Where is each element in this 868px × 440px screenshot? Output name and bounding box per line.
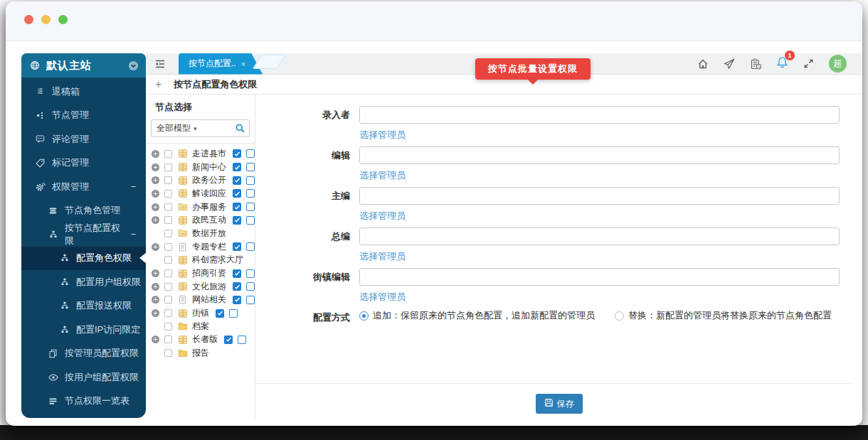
close-window-icon[interactable] [24, 15, 33, 24]
sidebar-item[interactable]: 节点角色管理 [21, 199, 146, 223]
tree-node-row[interactable]: 文化旅游 [146, 280, 255, 294]
tree-node-row[interactable]: 数据开放 [146, 227, 255, 240]
expand-node-icon[interactable] [152, 150, 159, 158]
node-checkbox[interactable] [164, 163, 172, 171]
expand-node-icon[interactable] [152, 216, 159, 224]
role-checkbox-unchecked[interactable] [246, 269, 255, 278]
collapse-minus-icon[interactable] [130, 229, 136, 240]
role-checkbox-checked[interactable] [233, 176, 241, 185]
tab-close-icon[interactable]: × [241, 60, 245, 68]
home-icon[interactable] [697, 58, 709, 70]
tree-node-row[interactable]: 办事服务 [146, 200, 255, 214]
tree-node-row[interactable]: 报告 [146, 346, 255, 360]
tree-node-row[interactable]: 网站相关 [146, 294, 255, 307]
admin-input[interactable] [359, 227, 840, 245]
tree-node-row[interactable]: 科创需求大厅 [146, 254, 255, 267]
maximize-window-icon[interactable] [58, 15, 68, 24]
expand-node-icon[interactable] [152, 283, 159, 291]
sidebar-item[interactable]: 退 退稿箱 [21, 80, 146, 104]
role-checkbox-unchecked[interactable] [246, 163, 255, 171]
fullscreen-icon[interactable] [803, 58, 814, 69]
node-checkbox[interactable] [164, 283, 172, 291]
sidebar-item[interactable]: 权限管理 [21, 175, 146, 199]
sidebar-item[interactable]: 按节点配置权限 [21, 222, 146, 247]
save-button[interactable]: 保存 [536, 394, 583, 414]
role-checkbox-unchecked[interactable] [229, 309, 238, 318]
role-checkbox-unchecked[interactable] [246, 282, 255, 291]
tree-node-row[interactable]: 档案 [146, 320, 255, 333]
role-checkbox-checked[interactable] [233, 242, 241, 251]
sidebar-item[interactable]: 节点管理 [21, 104, 146, 128]
tree-node-row[interactable]: 解读回应 [146, 187, 255, 200]
tree-node-row[interactable]: 政民互动 [146, 213, 255, 227]
tree-node-row[interactable]: 新闻中心 [146, 161, 255, 174]
sidebar-item[interactable]: 配置角色权限 [21, 247, 146, 271]
role-checkbox-unchecked[interactable] [246, 149, 255, 158]
select-admin-link[interactable]: 选择管理员 [359, 210, 840, 223]
tree-node-row[interactable]: 走进县市 [146, 147, 255, 161]
expand-node-icon[interactable] [152, 269, 159, 277]
node-checkbox[interactable] [164, 176, 172, 184]
menu-fold-icon[interactable] [154, 58, 166, 70]
sidebar-item[interactable]: 评论管理 [21, 127, 146, 151]
role-checkbox-checked[interactable] [233, 216, 241, 225]
expand-node-icon[interactable] [152, 176, 159, 184]
search-icon[interactable] [235, 123, 249, 134]
expand-node-icon[interactable] [152, 163, 159, 171]
bell-icon[interactable]: 1 [776, 56, 788, 71]
role-checkbox-unchecked[interactable] [246, 242, 255, 251]
model-select[interactable]: 全部模型▾ [152, 122, 197, 134]
node-checkbox[interactable] [164, 203, 172, 211]
role-checkbox-checked[interactable] [233, 149, 241, 158]
role-checkbox-checked[interactable] [233, 282, 241, 291]
add-tab-button[interactable]: + [155, 79, 162, 90]
admin-input[interactable] [359, 106, 840, 124]
node-checkbox[interactable] [164, 230, 172, 237]
config-mode-option[interactable]: 替换：新配置的管理员将替换原来的节点角色配置 [615, 308, 832, 323]
admin-input[interactable] [359, 187, 840, 205]
sidebar-item[interactable]: 配置报送权限 [21, 294, 146, 318]
role-checkbox-unchecked[interactable] [246, 189, 255, 198]
send-icon[interactable] [724, 58, 735, 70]
expand-node-icon[interactable] [152, 203, 159, 211]
tree-node-row[interactable]: 政务公开 [146, 173, 255, 187]
expand-node-icon[interactable] [152, 336, 159, 343]
select-admin-link[interactable]: 选择管理员 [359, 250, 840, 264]
config-mode-option[interactable]: 追加：保留原来的节点角色配置，追加新配置的管理员 [359, 308, 595, 323]
node-checkbox[interactable] [164, 216, 172, 224]
chevron-down-icon[interactable] [128, 60, 139, 71]
node-checkbox[interactable] [164, 336, 172, 343]
sidebar-item[interactable]: 配置用户组权限 [21, 270, 146, 294]
sidebar-item[interactable]: 配置IP访问限定 [21, 318, 146, 342]
tab-active[interactable]: 按节点配置.. × [179, 53, 263, 75]
role-checkbox-checked[interactable] [233, 203, 241, 211]
sidebar-item[interactable]: 标记管理 [21, 151, 146, 176]
select-admin-link[interactable]: 选择管理员 [359, 129, 840, 142]
sidebar-item[interactable]: 按用户组配置权限 [21, 365, 146, 390]
node-checkbox[interactable] [164, 256, 172, 264]
admin-input[interactable] [359, 146, 840, 164]
role-checkbox-checked[interactable] [216, 309, 224, 318]
tree-node-row[interactable]: 街镇 [146, 306, 255, 320]
expand-node-icon[interactable] [152, 309, 159, 317]
radio-icon[interactable] [359, 311, 369, 321]
tree-node-row[interactable]: 招商引资 [146, 267, 255, 280]
role-checkbox-unchecked[interactable] [246, 176, 255, 185]
node-checkbox[interactable] [164, 190, 172, 198]
select-admin-link[interactable]: 选择管理员 [359, 169, 840, 183]
node-checkbox[interactable] [164, 323, 172, 331]
sidebar-item[interactable]: 按管理员配置权限 [21, 342, 146, 366]
node-checkbox[interactable] [164, 243, 172, 251]
sidebar-item[interactable]: 节点权限一览表 [21, 390, 146, 414]
admin-input[interactable] [359, 268, 840, 286]
role-checkbox-checked[interactable] [233, 269, 241, 278]
role-checkbox-unchecked[interactable] [246, 203, 255, 211]
expand-node-icon[interactable] [152, 190, 159, 198]
role-checkbox-checked[interactable] [233, 296, 241, 304]
collapse-minus-icon[interactable] [130, 181, 136, 192]
expand-node-icon[interactable] [152, 296, 159, 304]
avatar[interactable]: 超 [829, 55, 847, 73]
role-checkbox-unchecked[interactable] [246, 296, 255, 304]
radio-icon[interactable] [615, 311, 624, 321]
role-checkbox-unchecked[interactable] [238, 336, 246, 344]
